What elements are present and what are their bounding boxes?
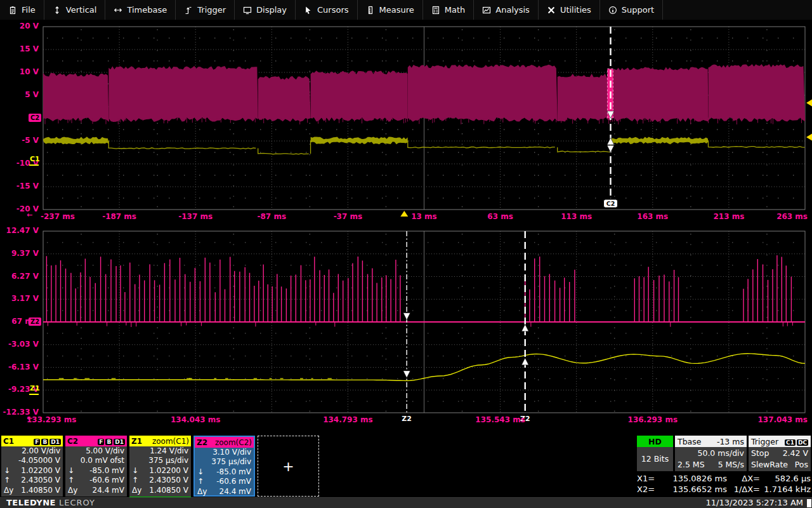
add-trace-slot[interactable]: + xyxy=(258,436,319,497)
trace-id-label: C2 xyxy=(67,437,78,446)
menu-label: Measure xyxy=(379,5,414,15)
menu-support[interactable]: Support xyxy=(600,0,663,20)
x2-value: 135.6652 ms xyxy=(662,485,727,494)
zoom-timebase-ytick: 9.37 V xyxy=(0,249,39,258)
analysis-icon xyxy=(482,6,491,15)
menu-measure[interactable]: Measure xyxy=(358,0,423,20)
descriptor-value: 1.02200 V xyxy=(149,466,188,475)
menu-display[interactable]: Display xyxy=(235,0,296,20)
hd-bits: 12 Bits xyxy=(637,447,673,471)
menu-cursors[interactable]: Cursors xyxy=(296,0,358,20)
descriptor-row: ↓-85.0 mV xyxy=(195,467,254,477)
descriptor-row: Δy1.40850 V xyxy=(129,486,191,495)
cursor-prefix: ↓ xyxy=(68,466,74,476)
trace-indicator-c1[interactable]: C1 xyxy=(30,156,40,163)
descriptor-value: -4.05000 V xyxy=(18,456,60,465)
trace-descriptor-c2[interactable]: C2FBD15.00 V/div0.0 mV ofst↓-85.0 mV↑-60… xyxy=(65,436,127,497)
descriptor-header: C1FBD1 xyxy=(1,436,63,446)
menu-vertical[interactable]: Vertical xyxy=(44,0,106,20)
menu-bar: FileVerticalTimebaseTriggerDisplayCursor… xyxy=(0,0,812,20)
vertical-icon xyxy=(53,6,62,15)
cursor-prefix: Δy xyxy=(132,486,141,495)
descriptor-row: Δy24.4 mV xyxy=(195,487,254,497)
timebase-box[interactable]: Tbase -13 ms 50.0 ms/div 2.5 MS 5 MS/s xyxy=(675,436,747,471)
trace-descriptor-z2[interactable]: Z2zoom(C2)3.10 V/div375 µs/div↓-85.0 mV↑… xyxy=(193,436,255,497)
descriptor-value: 375 µs/div xyxy=(211,457,251,466)
main-timebase-plot[interactable]: C2 xyxy=(43,27,805,210)
dx-label: ΔX= xyxy=(727,474,760,483)
descriptor-row: ↑-60.6 mV xyxy=(195,477,254,486)
x1-value: 135.0826 ms xyxy=(662,474,727,483)
svg-text:Z2: Z2 xyxy=(402,415,412,423)
hd-mode-box[interactable]: HD 12 Bits xyxy=(637,436,673,471)
trace-indicator-z1[interactable]: Z1 xyxy=(30,385,40,392)
descriptor-row: ↑2.43050 V xyxy=(1,476,63,485)
trace-indicator-z2[interactable]: Z2 xyxy=(29,318,41,326)
menu-label: Math xyxy=(445,5,466,15)
menu-math[interactable]: Math xyxy=(423,0,475,20)
oscilloscope-screen: FileVerticalTimebaseTriggerDisplayCursor… xyxy=(0,0,812,508)
x1-label: X1= xyxy=(637,474,662,483)
main-timebase-xtick: -137 ms xyxy=(154,212,237,221)
zoom-source-label: zoom(C1) xyxy=(152,437,189,446)
trigger-level-arrow[interactable] xyxy=(806,133,812,141)
main-timebase-xtick: 13 ms xyxy=(383,212,466,221)
menu-analysis[interactable]: Analysis xyxy=(474,0,539,20)
trigger-mode: Stop xyxy=(751,448,769,458)
invdx-value: 1.7164 kHz xyxy=(760,485,811,494)
trigger-level-arrow[interactable] xyxy=(806,99,812,107)
descriptor-value: 1.40850 V xyxy=(21,486,60,495)
descriptor-value: 2.43050 V xyxy=(149,476,188,485)
cursor-prefix: ↓ xyxy=(132,466,138,476)
menu-label: Timebase xyxy=(127,5,167,15)
descriptor-row: 5.00 V/div xyxy=(65,446,127,456)
badge-f: F xyxy=(98,439,104,445)
zoom-timebase-xtick: 134.793 ms xyxy=(306,415,389,424)
menu-timebase[interactable]: Timebase xyxy=(105,0,176,20)
descriptor-row: 2.00 V/div xyxy=(1,446,63,456)
trigger-level: 2.42 V xyxy=(783,448,808,458)
main-timebase-xtick: 63 ms xyxy=(459,212,542,221)
measure-icon xyxy=(366,6,375,15)
timebase-rate: 5 MS/s xyxy=(718,460,744,469)
main-timebase-xtick: -37 ms xyxy=(306,212,389,221)
cursor-z2[interactable]: Z2 xyxy=(520,231,530,423)
trace-descriptor-c1[interactable]: C1FBD12.00 V/div-4.05000 V↓1.02200 V↑2.4… xyxy=(1,436,63,497)
descriptor-row: 1.24 V/div xyxy=(129,446,191,456)
menu-utilities[interactable]: Utilities xyxy=(539,0,600,20)
file-icon xyxy=(8,6,17,15)
invdx-label: 1/ΔX= xyxy=(727,485,760,494)
brand-logo: TELEDYNE LECROY xyxy=(6,498,95,508)
cursor-z2[interactable]: Z2 xyxy=(402,231,412,423)
zoom-timebase-plot[interactable]: Z2Z2 xyxy=(43,231,805,413)
menu-trigger[interactable]: Trigger xyxy=(176,0,235,20)
descriptor-value: -60.6 mV xyxy=(216,477,251,486)
zoom-timebase-ytick: -6.13 V xyxy=(0,363,39,372)
menu-label: Trigger xyxy=(197,5,226,15)
main-timebase-ytick: 5 V xyxy=(0,90,39,100)
menu-file[interactable]: File xyxy=(0,0,44,20)
cursor-readout-x1: X1= 135.0826 ms ΔX= 582.6 µs xyxy=(637,474,811,483)
math-icon xyxy=(431,6,440,15)
cursors-icon xyxy=(304,6,313,15)
zoom-timebase-ytick: -3.03 V xyxy=(0,340,39,349)
utilities-icon xyxy=(547,6,556,15)
sweep-start-arrow: ← xyxy=(27,211,32,219)
trigger-slope: Pos xyxy=(795,460,808,469)
trace-descriptor-z1[interactable]: Z1zoom(C1)1.24 V/div375 µs/div↓1.02200 V… xyxy=(129,436,191,497)
x2-label: X2= xyxy=(637,485,662,494)
descriptor-row: -4.05000 V xyxy=(1,456,63,465)
timebase-delay: -13 ms xyxy=(717,437,744,446)
main-timebase-ytick: -20 V xyxy=(0,204,39,214)
cursor-prefix: ↑ xyxy=(4,476,10,485)
descriptor-header: C2FBD1 xyxy=(65,436,127,446)
trace-indicator-c2[interactable]: C2 xyxy=(29,114,41,122)
descriptor-row: ↑-60.6 mV xyxy=(65,476,127,485)
badge-d1: D1 xyxy=(49,439,61,445)
trace-id-label: Z2 xyxy=(197,438,207,447)
descriptor-row: 375 µs/div xyxy=(129,456,191,465)
descriptor-value: 24.4 mV xyxy=(219,487,251,496)
zoom-source-label: zoom(C2) xyxy=(215,438,252,447)
descriptor-value: 2.00 V/div xyxy=(22,446,60,455)
trigger-box[interactable]: Trigger C1DC Stop 2.42 V SlewRate Pos xyxy=(749,436,811,471)
